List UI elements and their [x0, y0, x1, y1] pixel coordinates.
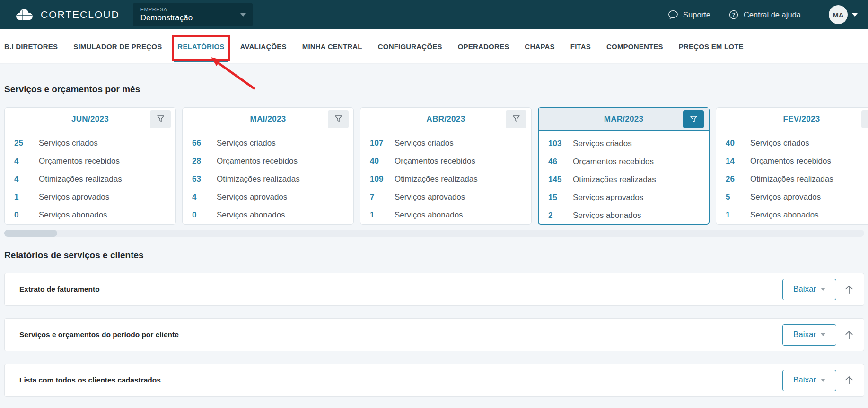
report-label: Serviços e orçamentos do período por cli…	[19, 330, 782, 339]
month-card-mai-2023: MAI/2023 66 Serviços criados 28 Orçament…	[182, 107, 354, 225]
month-card-title: FEV/2023	[783, 114, 820, 124]
metric-label: Otimizações realizadas	[39, 174, 122, 184]
metric-label: Otimizações realizadas	[573, 175, 656, 184]
metric-row: 4 Orçamentos recebidos	[5, 152, 175, 170]
chevron-down-icon	[852, 13, 858, 17]
metric-row: 109 Otimizações realizadas	[360, 170, 531, 188]
month-card-title: MAI/2023	[250, 114, 286, 124]
metric-label: Serviços abonados	[750, 210, 819, 220]
filter-funnel-icon	[689, 114, 699, 124]
arrow-up-button[interactable]	[843, 374, 855, 386]
download-button[interactable]: Baixar	[782, 324, 836, 346]
metric-row: 15 Serviços aprovados	[539, 189, 709, 207]
month-card-metrics: 25 Serviços criados 4 Orçamentos recebid…	[5, 130, 175, 224]
company-value: Demonstração	[140, 13, 240, 23]
metric-row: 1 Serviços abonados	[716, 206, 868, 224]
tab-relatorios-label: RELATÓRIOS	[177, 43, 224, 51]
metric-value: 145	[548, 175, 573, 184]
month-card-title: MAR/2023	[604, 114, 644, 124]
metric-value: 15	[548, 193, 573, 202]
month-card-header: JUN/2023	[5, 108, 175, 130]
metric-value: 63	[192, 174, 217, 184]
metric-label: Serviços criados	[750, 139, 809, 148]
company-selector[interactable]: EMPRESA Demonstração	[133, 3, 253, 26]
help-button[interactable]: ? Central de ajuda	[728, 9, 801, 20]
metric-row: 63 Otimizações realizadas	[183, 170, 353, 188]
report-label: Lista com todos os clientes cadastrados	[19, 376, 782, 384]
download-button[interactable]: Baixar	[782, 370, 836, 391]
month-card-title: ABR/2023	[427, 114, 465, 124]
cards-scrollbar-thumb[interactable]	[4, 230, 57, 237]
metric-label: Serviços criados	[39, 139, 98, 148]
arrow-up-icon	[843, 283, 855, 295]
filter-funnel-icon	[156, 114, 166, 124]
metric-row: 25 Serviços criados	[5, 134, 175, 152]
metric-row: 1 Serviços abonados	[360, 206, 531, 224]
arrow-up-button[interactable]	[843, 283, 855, 295]
metric-label: Serviços criados	[395, 139, 454, 148]
tab-precos-em-lote[interactable]: PREÇOS EM LOTE	[679, 43, 744, 51]
month-card-metrics: 40 Serviços criados 14 Orçamentos recebi…	[716, 130, 868, 224]
metric-row: 28 Orçamentos recebidos	[183, 152, 353, 170]
cards-scrollbar-track[interactable]	[4, 230, 864, 237]
tab-avaliacoes[interactable]: AVALIAÇÕES	[240, 43, 287, 51]
filter-button[interactable]	[861, 110, 868, 128]
month-card-metrics: 107 Serviços criados 40 Orçamentos receb…	[360, 130, 531, 224]
metric-row: 14 Orçamentos recebidos	[716, 152, 868, 170]
metric-value: 1	[14, 192, 39, 202]
metric-value: 46	[548, 157, 573, 166]
metric-label: Orçamentos recebidos	[573, 157, 654, 166]
tab-componentes[interactable]: COMPONENTES	[606, 43, 663, 51]
metric-row: 107 Serviços criados	[360, 134, 531, 152]
metric-value: 109	[370, 174, 395, 184]
metric-row: 145 Otimizações realizadas	[539, 171, 709, 189]
filter-funnel-icon	[511, 114, 521, 124]
metric-value: 26	[726, 174, 750, 184]
metric-label: Serviços aprovados	[573, 193, 643, 202]
support-button[interactable]: Suporte	[668, 9, 710, 20]
avatar: MA	[829, 5, 848, 24]
filter-button[interactable]	[506, 110, 526, 128]
metric-label: Serviços abonados	[217, 210, 285, 220]
month-card-metrics: 66 Serviços criados 28 Orçamentos recebi…	[183, 130, 353, 224]
metric-row: 40 Serviços criados	[716, 134, 868, 152]
metric-value: 103	[548, 139, 573, 148]
cloud-logo-icon	[13, 8, 35, 22]
download-button[interactable]: Baixar	[782, 279, 836, 300]
month-card-metrics: 103 Serviços criados 46 Orçamentos receb…	[539, 131, 709, 225]
month-card-header: MAR/2023	[539, 108, 709, 131]
month-card-abr-2023: ABR/2023 107 Serviços criados 40 Orçamen…	[360, 107, 532, 225]
user-menu[interactable]: MA	[829, 5, 858, 24]
metric-label: Orçamentos recebidos	[750, 156, 831, 166]
metric-row: 2 Serviços abonados	[539, 207, 709, 225]
tab-operadores[interactable]: OPERADORES	[458, 43, 509, 51]
tab-minha-central[interactable]: MINHA CENTRAL	[302, 43, 362, 51]
chevron-down-icon	[821, 333, 825, 336]
arrow-up-icon	[843, 329, 855, 341]
tab-simulador-de-precos[interactable]: SIMULADOR DE PREÇOS	[73, 43, 162, 51]
metric-label: Serviços abonados	[573, 211, 641, 220]
chevron-down-icon	[821, 379, 825, 382]
filter-button-active[interactable]	[683, 110, 704, 128]
metric-row: 4 Serviços aprovados	[183, 188, 353, 206]
report-row-extrato-faturamento: Extrato de faturamento Baixar	[4, 273, 864, 306]
filter-button[interactable]	[150, 110, 171, 128]
metric-value: 107	[370, 139, 395, 148]
tab-bi-diretores[interactable]: B.I DIRETORES	[4, 43, 58, 51]
filter-button[interactable]	[328, 110, 349, 128]
tab-fitas[interactable]: FITAS	[570, 43, 591, 51]
tab-relatorios[interactable]: RELATÓRIOS	[177, 43, 224, 51]
brand: CORTECLOUD	[13, 8, 120, 22]
metric-value: 0	[14, 210, 39, 220]
metric-label: Otimizações realizadas	[750, 174, 833, 184]
metric-value: 40	[370, 156, 395, 166]
tab-configuracoes[interactable]: CONFIGURAÇÕES	[378, 43, 442, 51]
metric-row: 7 Serviços aprovados	[360, 188, 531, 206]
metric-value: 66	[192, 139, 217, 148]
company-label: EMPRESA	[140, 7, 240, 13]
metric-row: 66 Serviços criados	[183, 134, 353, 152]
tab-chapas[interactable]: CHAPAS	[525, 43, 554, 51]
metric-label: Serviços aprovados	[750, 192, 821, 202]
arrow-up-button[interactable]	[843, 329, 855, 341]
month-cards-row: JUN/2023 25 Serviços criados 4 Orçamento…	[4, 107, 868, 225]
